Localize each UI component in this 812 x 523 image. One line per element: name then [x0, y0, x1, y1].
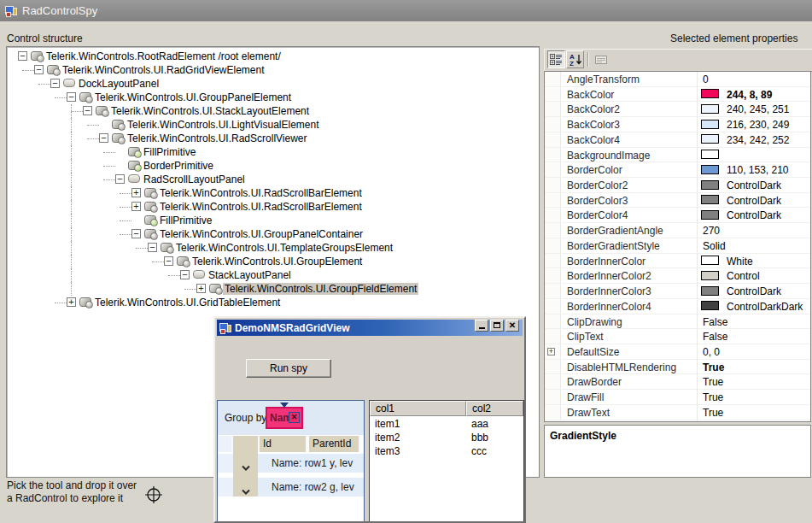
tree-expand-toggle[interactable]: − [18, 51, 27, 61]
property-grid-splitter[interactable] [697, 72, 698, 421]
alphabetical-sort-button[interactable]: A Z [566, 50, 584, 68]
property-row[interactable]: BorderColor4ControlDark [545, 208, 810, 223]
tree-node[interactable]: −Telerik.WinControls.RootRadElement /roo… [7, 50, 539, 63]
tree-expand-toggle[interactable]: + [67, 297, 76, 307]
tree-node[interactable]: +Telerik.WinControls.UI.GridTableElement [7, 296, 539, 309]
property-row[interactable]: BorderColor2ControlDark [545, 178, 810, 193]
property-value[interactable]: 216, 230, 249 [727, 119, 789, 131]
tree-node[interactable]: FillPrimitive [7, 145, 539, 159]
listview-column-header[interactable]: col1 [370, 401, 466, 416]
property-row[interactable]: BorderColor3ControlDark [545, 193, 810, 209]
chip-close-icon[interactable]: ✕ [289, 412, 300, 423]
property-row[interactable]: BackColor244, 8, 89 [545, 87, 810, 103]
property-row[interactable]: BackColor2240, 245, 251 [545, 102, 810, 117]
property-value[interactable]: ControlDark [727, 209, 781, 221]
tree-node[interactable]: −RadScrollLayoutPanel [7, 173, 539, 186]
listview-cell[interactable]: ccc [471, 445, 487, 459]
property-row[interactable]: DrawTextTrue [545, 405, 810, 420]
tree-node[interactable]: −Telerik.WinControls.UI.TemplateGroupsEl… [7, 241, 539, 255]
spy-crosshair-tool-icon[interactable] [143, 484, 165, 506]
tree-expand-toggle[interactable]: − [34, 65, 44, 74]
tree-node[interactable]: −Telerik.WinControls.UI.RadGridViewEleme… [7, 63, 539, 77]
property-row[interactable]: BackColor3216, 230, 249 [545, 117, 810, 132]
group-row[interactable]: Name: row1 y, lev [258, 454, 365, 473]
grid-column-header[interactable] [218, 436, 233, 452]
tree-expand-toggle[interactable]: − [67, 92, 76, 102]
tree-node[interactable]: −Telerik.WinControls.UI.GroupPanelElemen… [7, 91, 539, 104]
property-value[interactable]: ControlDark [727, 285, 781, 297]
property-value[interactable]: ControlDark [727, 179, 781, 191]
property-value[interactable]: 234, 242, 252 [727, 134, 789, 146]
tree-node[interactable]: FillPrimitive [7, 214, 539, 227]
grid-column-header[interactable]: ParentId [309, 436, 360, 452]
tree-expand-toggle[interactable]: − [83, 106, 92, 115]
categorized-view-button[interactable] [547, 50, 565, 68]
property-row[interactable]: +DefaultSize0, 0 [545, 344, 810, 360]
tree-node[interactable]: +Telerik.WinControls.UI.RadScrollBarElem… [7, 186, 539, 200]
property-row[interactable]: BackgroundImage [545, 148, 810, 163]
tree-expand-toggle[interactable]: − [131, 229, 141, 238]
tree-node[interactable]: −StackLayoutPanel [7, 268, 539, 282]
property-row[interactable]: ClipDrawingFalse [545, 314, 810, 330]
group-row[interactable]: Name: row2 g, lev [258, 478, 365, 497]
listview-cell[interactable]: bbb [471, 432, 488, 445]
property-value[interactable]: Control [727, 270, 760, 282]
tree-expand-toggle[interactable]: − [50, 79, 60, 88]
property-value[interactable]: 110, 153, 210 [727, 164, 789, 176]
property-value[interactable]: 0 [703, 73, 709, 85]
property-value[interactable]: 0, 0 [703, 346, 720, 358]
property-value[interactable]: ControlDark [727, 195, 781, 207]
property-value[interactable]: ControlDarkDark [727, 301, 803, 313]
tree-node[interactable]: −Telerik.WinControls.UI.GroupElement [7, 255, 539, 268]
tree-expand-toggle[interactable]: + [131, 202, 141, 211]
tree-node[interactable]: −Telerik.WinControls.UI.GroupPanelContai… [7, 227, 539, 241]
property-value[interactable]: 240, 245, 251 [727, 103, 789, 115]
window-titlebar[interactable]: RadControlSpy [0, 0, 812, 21]
run-spy-button[interactable]: Run spy [246, 359, 331, 378]
tree-expand-toggle[interactable]: + [196, 284, 206, 293]
tree-node[interactable]: BorderPrimitive [7, 159, 539, 173]
tree-expand-toggle[interactable]: − [164, 256, 173, 266]
property-row[interactable]: DisableHTMLRenderingTrue [545, 360, 810, 375]
property-row[interactable]: DrawBorderTrue [545, 374, 810, 390]
tree-expand-toggle[interactable]: + [131, 188, 141, 197]
collapse-chevron-icon[interactable] [241, 460, 251, 467]
property-row[interactable]: BorderInnerColor3ControlDark [545, 284, 810, 299]
group-chip[interactable]: Name ✕ [266, 407, 303, 429]
listview-cell[interactable]: item3 [375, 445, 400, 459]
close-button[interactable]: ✕ [505, 320, 519, 332]
property-row[interactable]: BorderInnerColor2Control [545, 268, 810, 284]
property-value[interactable]: False [703, 316, 727, 328]
property-value[interactable]: False [703, 331, 727, 343]
property-row[interactable]: BorderGradientAngle270 [545, 223, 810, 238]
property-row[interactable]: AngleTransform0 [545, 72, 810, 87]
property-row[interactable]: BackColor4234, 242, 252 [545, 132, 810, 148]
property-value[interactable]: True [703, 391, 723, 403]
tree-node[interactable]: −Telerik.WinControls.UI.RadScrollViewer [7, 132, 539, 145]
property-value[interactable]: 270 [703, 225, 720, 237]
property-value[interactable]: True [703, 407, 723, 419]
property-value[interactable]: White [727, 256, 753, 267]
property-row[interactable]: BorderColor110, 153, 210 [545, 162, 810, 178]
tree-expand-toggle[interactable]: − [115, 174, 125, 184]
property-row[interactable]: BorderInnerColorWhite [545, 254, 810, 269]
tree-expand-toggle[interactable]: − [180, 270, 190, 279]
tree-node[interactable]: −Telerik.WinControls.UI.StackLayoutEleme… [7, 104, 539, 118]
maximize-button[interactable] [490, 320, 504, 332]
listview-column-header[interactable]: col2 [466, 401, 523, 416]
property-row[interactable]: ClipTextFalse [545, 329, 810, 344]
grid-column-header[interactable]: Id [260, 436, 307, 452]
property-value[interactable]: True [703, 376, 723, 388]
property-value[interactable]: 244, 8, 89 [727, 89, 772, 101]
property-row[interactable]: BorderInnerColor4ControlDarkDark [545, 299, 810, 314]
property-value[interactable]: Solid [703, 240, 726, 252]
tree-expand-toggle[interactable]: − [148, 243, 157, 252]
tree-node[interactable]: +Telerik.WinControls.UI.GroupFieldElemen… [7, 282, 539, 296]
property-row[interactable]: DrawFillTrue [545, 390, 810, 405]
collapse-chevron-icon[interactable] [241, 484, 251, 491]
listview-cell[interactable]: item1 [375, 418, 400, 432]
property-value[interactable]: True [703, 361, 724, 373]
property-row[interactable]: BorderGradientStyleSolid [545, 238, 810, 254]
tree-node[interactable]: −DockLayoutPanel [7, 77, 539, 91]
tree-expand-toggle[interactable]: − [99, 133, 108, 143]
